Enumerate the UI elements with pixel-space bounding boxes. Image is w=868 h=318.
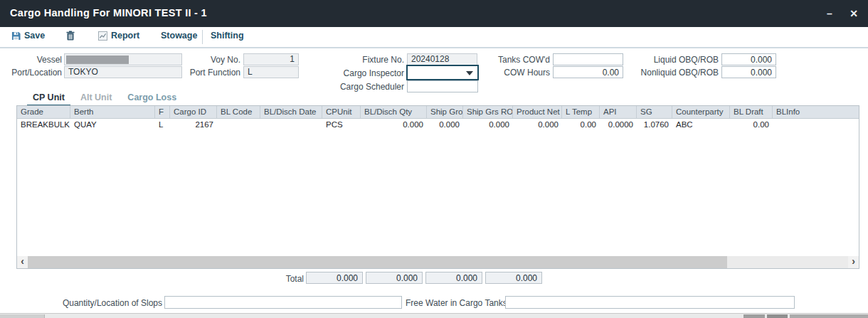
delete-button[interactable] [66,31,75,41]
tanks-cowd-label: Tanks COW'd [466,55,550,65]
tab-alt-unit[interactable]: Alt Unit [75,91,117,107]
col-header-cargo-id: Cargo ID [170,106,217,118]
toolbar-divider [202,30,203,44]
port-location-field: TOKYO [64,66,182,78]
grid-horizontal-scrollbar[interactable]: ‹ › [17,256,859,268]
vessel-redacted-block [66,55,129,64]
port-function-label: Port Function [178,68,240,78]
free-water-label: Free Water in Cargo Tanks [406,298,503,308]
stowage-button[interactable]: Stowage [161,31,197,41]
cow-hours-label: COW Hours [466,68,550,78]
cell-product-net: 0.000 [513,119,562,131]
cargo-scheduler-label: Cargo Scheduler [313,82,404,92]
col-header-bl-code: BL Code [217,106,260,118]
cell-cpunit: PCS [322,119,361,131]
col-header-counterparty: Counterparty [672,106,730,118]
tanks-cowd-input[interactable] [553,53,623,65]
scrollbar-thumb[interactable] [28,256,727,268]
col-header-bl-draft: BL Draft [730,106,773,118]
cell-f: L [155,119,170,131]
cell-cargo-id: 2167 [170,119,217,131]
liquid-obq-input[interactable] [721,53,776,65]
window-titlebar: Cargo Handling For MINORI TEST II - 1 – … [0,0,868,27]
total-bl-disch-qty: 0.000 [306,272,363,284]
voy-no-field: 1 [243,53,299,65]
stowage-label: Stowage [161,31,197,41]
cell-ship-grs-rob: 0.000 [463,119,513,131]
col-header-cpunit: CPUnit [322,106,361,118]
port-function-field: L [243,66,299,78]
total-ship-grs-rob: 0.000 [425,272,482,284]
scroll-right-icon[interactable]: › [848,256,859,268]
bottom-strip-segment [767,314,788,318]
col-header-bl-disch-date: BL/Disch Date [260,106,322,118]
cell-grade: BREAKBULK [17,119,70,131]
bottom-scrollbar-thumb[interactable] [0,314,45,318]
cell-berth: QUAY [70,119,155,131]
col-header-blinfo: BLInfo [773,106,859,118]
col-header-ship-gross: Ship Gross [427,106,463,118]
cargo-scheduler-input[interactable] [407,80,478,92]
table-row[interactable]: BREAKBULK QUAY L 2167 PCS 0.000 0.000 0.… [17,119,859,131]
col-header-f: F [155,106,170,118]
cell-counterparty: ABC [672,119,730,131]
cell-bl-code [217,119,260,131]
col-header-ship-grs-rob: Ship Grs ROB [463,106,513,118]
close-icon[interactable]: ✕ [845,6,862,21]
nonliquid-obq-input[interactable] [721,66,776,78]
voy-no-label: Voy No. [178,55,240,65]
shifting-label: Shifting [211,31,244,41]
vessel-label: Vessel [0,55,62,65]
slops-input[interactable] [164,296,402,309]
cargo-grid: Grade Berth F Cargo ID BL Code BL/Disch … [16,105,859,269]
col-header-grade: Grade [17,106,70,118]
fixture-no-label: Fixture No. [313,55,404,65]
cargo-inspector-label: Cargo Inspector [313,68,404,79]
col-header-api: API [600,106,637,118]
cell-l-temp: 0.00 [562,119,600,131]
cell-blinfo [773,119,859,131]
nonliquid-obq-label: Nonliquid OBQ/ROB [619,68,719,78]
bottom-strip-segment [790,314,868,318]
cell-bl-draft: 0.00 [730,119,773,131]
shifting-button[interactable]: Shifting [211,31,244,41]
minimize-icon[interactable]: – [821,6,838,21]
toolbar-separator-line [0,47,868,48]
trash-icon [66,31,75,41]
tab-cargo-loss[interactable]: Cargo Loss [122,91,182,107]
save-icon [11,31,21,41]
cell-sg: 1.0760 [637,119,672,131]
col-header-bl-disch-qty: BL/Disch Qty [361,106,427,118]
window-bottom-scrollbar[interactable] [0,313,868,318]
slops-label: Quantity/Location of Slops [20,298,162,308]
bottom-strip-segment [743,314,765,318]
cell-api: 0.0000 [600,119,637,131]
save-label: Save [24,31,45,41]
vessel-field [64,53,182,65]
cell-bl-disch-date [260,119,322,131]
cow-hours-input[interactable] [553,66,623,78]
col-header-product-net: Product Net [513,106,562,118]
save-button[interactable]: Save [11,31,45,41]
unit-tabs: CP Unit Alt Unit Cargo Loss [27,91,186,107]
total-product-net: 0.000 [485,272,542,284]
report-chart-icon [98,31,107,41]
scroll-left-icon[interactable]: ‹ [17,256,28,268]
cell-ship-gross: 0.000 [427,119,463,131]
tab-cp-unit[interactable]: CP Unit [27,91,70,107]
cell-bl-disch-qty: 0.000 [361,119,427,131]
free-water-input[interactable] [505,296,795,309]
col-header-sg: SG [637,106,672,118]
port-location-label: Port/Location [0,68,62,78]
grid-header-row: Grade Berth F Cargo ID BL Code BL/Disch … [17,106,859,119]
liquid-obq-label: Liquid OBQ/ROB [619,55,719,65]
total-ship-gross: 0.000 [366,272,423,284]
report-label: Report [111,31,139,41]
col-header-berth: Berth [70,106,155,118]
window-title: Cargo Handling For MINORI TEST II - 1 [10,7,207,18]
toolbar: Save Report Stowage Shifting [0,27,868,47]
total-label: Total [249,274,304,284]
report-button[interactable]: Report [98,31,139,41]
col-header-l-temp: L Temp [562,106,600,118]
